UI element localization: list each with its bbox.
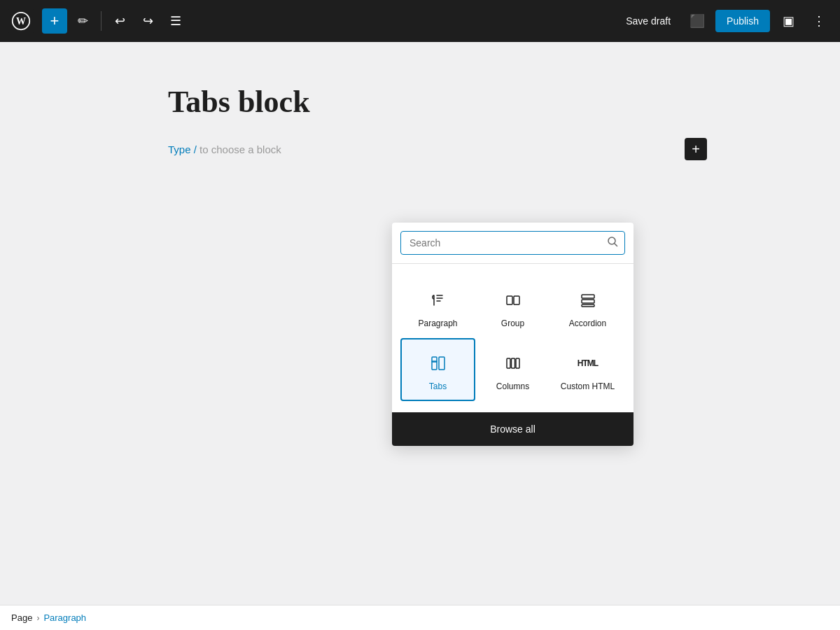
search-icon <box>607 236 618 250</box>
custom-html-icon: HTML <box>575 351 601 376</box>
columns-icon <box>500 351 526 376</box>
inserter-search-area <box>392 223 634 264</box>
svg-rect-8 <box>582 304 594 307</box>
editor-area: Tabs block Type / to choose a block + <box>0 42 840 605</box>
undo-icon: ↩ <box>115 13 125 29</box>
block-search-input[interactable] <box>400 231 625 255</box>
block-item-tabs[interactable]: Tabs <box>400 338 475 401</box>
preview-button[interactable]: ⬛ <box>685 8 710 34</box>
browse-all-button[interactable]: Browse all <box>392 412 634 446</box>
custom-html-label: Custom HTML <box>561 382 615 391</box>
svg-rect-6 <box>582 295 594 298</box>
block-item-columns[interactable]: Columns <box>475 338 550 401</box>
svg-rect-12 <box>507 358 510 368</box>
paragraph-label: Paragraph <box>418 318 457 328</box>
svg-rect-4 <box>507 296 512 304</box>
publish-button[interactable]: Publish <box>715 10 770 32</box>
tabs-label: Tabs <box>429 382 447 391</box>
ellipsis-icon: ⋮ <box>813 13 825 29</box>
svg-rect-14 <box>516 358 519 368</box>
block-item-accordion[interactable]: Accordion <box>550 275 625 338</box>
breadcrumb-paragraph[interactable]: Paragraph <box>43 612 86 623</box>
placeholder-text: Type / to choose a block <box>168 144 281 155</box>
svg-rect-11 <box>439 357 444 370</box>
toolbar-right: Save draft ⬛ Publish ▣ ⋮ <box>617 8 832 34</box>
svg-rect-9 <box>432 361 437 370</box>
svg-rect-13 <box>511 358 514 368</box>
editor-content: Tabs block Type / to choose a block + <box>126 84 714 155</box>
svg-rect-5 <box>514 296 519 304</box>
preview-icon: ⬛ <box>690 13 705 29</box>
sidebar-icon: ▣ <box>783 13 794 29</box>
block-item-group[interactable]: Group <box>475 275 550 338</box>
block-item-paragraph[interactable]: Paragraph <box>400 275 475 338</box>
group-icon <box>500 288 526 313</box>
block-item-custom-html[interactable]: HTML Custom HTML <box>550 338 625 401</box>
list-icon: ☰ <box>170 13 181 29</box>
block-inserter-popup: Paragraph Group <box>392 223 634 446</box>
settings-panel-button[interactable]: ▣ <box>776 8 801 34</box>
columns-label: Columns <box>496 382 529 391</box>
redo-button[interactable]: ↪ <box>135 8 160 34</box>
block-grid: Paragraph Group <box>392 264 634 412</box>
post-title[interactable]: Tabs block <box>168 84 672 121</box>
document-overview-button[interactable]: ☰ <box>163 8 188 34</box>
type-slash: Type / <box>168 144 197 155</box>
wp-logo[interactable]: W <box>8 8 34 34</box>
bottom-bar: Page › Paragraph <box>0 605 840 630</box>
redo-icon: ↪ <box>143 13 153 29</box>
svg-text:W: W <box>16 16 26 27</box>
main-toolbar: W + ✏ ↩ ↪ ☰ Save draft ⬛ Publish <box>0 0 840 42</box>
tabs-icon <box>426 351 451 376</box>
svg-line-3 <box>615 244 617 246</box>
plus-icon: + <box>50 12 59 30</box>
paragraph-icon <box>426 288 451 313</box>
toolbar-divider <box>101 11 102 31</box>
placeholder-suffix: to choose a block <box>200 144 281 155</box>
search-container <box>400 231 625 255</box>
toolbar-left: W + ✏ ↩ ↪ ☰ <box>8 8 188 34</box>
breadcrumb-separator: › <box>36 613 39 623</box>
add-block-button[interactable]: + <box>42 8 67 34</box>
svg-rect-7 <box>582 300 594 303</box>
more-options-button[interactable]: ⋮ <box>806 8 832 34</box>
main-area: Tabs block Type / to choose a block + <box>0 42 840 605</box>
accordion-icon <box>575 288 601 313</box>
block-placeholder: Type / to choose a block + <box>168 144 672 155</box>
group-label: Group <box>501 318 524 328</box>
undo-button[interactable]: ↩ <box>107 8 132 34</box>
inline-add-block-button[interactable]: + <box>685 138 707 160</box>
plus-icon-inline: + <box>692 142 700 156</box>
pencil-icon: ✏ <box>78 13 88 29</box>
save-draft-button[interactable]: Save draft <box>617 11 679 31</box>
edit-tool-button[interactable]: ✏ <box>70 8 95 34</box>
breadcrumb-page[interactable]: Page <box>11 612 32 623</box>
accordion-label: Accordion <box>569 318 606 328</box>
